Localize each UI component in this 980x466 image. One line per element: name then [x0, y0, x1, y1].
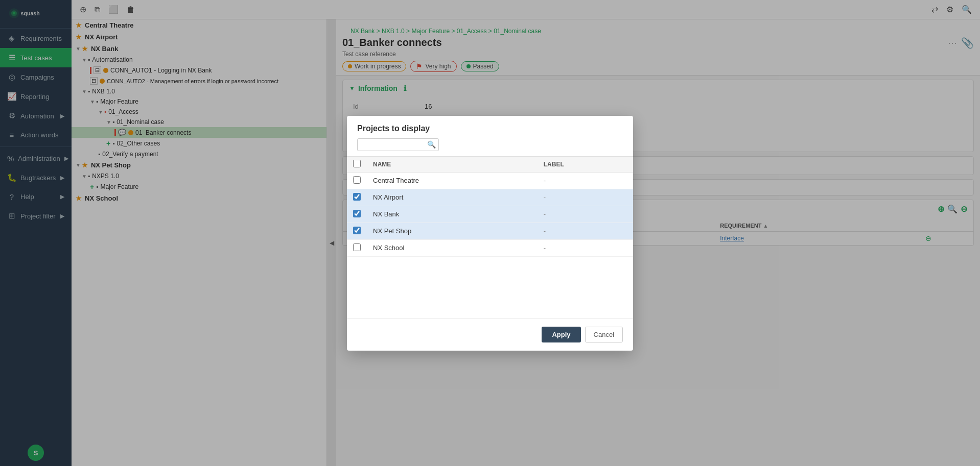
modal-row-nx-bank: NX Bank -	[347, 206, 633, 223]
checkbox-nx-airport[interactable]	[353, 193, 361, 201]
modal-overlay[interactable]: Projects to display 🔍 NAME LABEL	[0, 0, 980, 466]
project-label-nx-pet-shop: -	[538, 223, 633, 239]
cancel-button[interactable]: Cancel	[585, 327, 623, 342]
select-all-checkbox[interactable]	[353, 160, 361, 167]
project-name-nx-airport: NX Airport	[367, 189, 538, 206]
checkbox-nx-school[interactable]	[353, 243, 361, 251]
modal-projects-table: NAME LABEL Central Theatre -	[347, 156, 633, 257]
checkbox-central-theatre[interactable]	[353, 176, 361, 184]
modal-projects-to-display: Projects to display 🔍 NAME LABEL	[347, 116, 633, 351]
modal-title: Projects to display	[347, 116, 633, 138]
modal-row-nx-pet-shop: NX Pet Shop -	[347, 223, 633, 239]
modal-search-input[interactable]	[357, 138, 439, 151]
modal-search-area: 🔍	[347, 138, 633, 156]
project-name-nx-bank: NX Bank	[367, 206, 538, 223]
col-label: LABEL	[538, 156, 633, 172]
col-checkbox	[347, 156, 367, 172]
project-name-nx-school: NX School	[367, 239, 538, 256]
modal-row-central-theatre: Central Theatre -	[347, 172, 633, 189]
modal-footer: Apply Cancel	[347, 318, 633, 351]
project-label-nx-school: -	[538, 239, 633, 256]
project-label-nx-bank: -	[538, 206, 633, 223]
apply-button[interactable]: Apply	[542, 327, 580, 342]
project-label-nx-airport: -	[538, 189, 633, 206]
modal-row-nx-airport: NX Airport -	[347, 189, 633, 206]
project-name-central-theatre: Central Theatre	[367, 172, 538, 189]
checkbox-nx-bank[interactable]	[353, 210, 361, 217]
modal-table-header: NAME LABEL	[347, 156, 633, 172]
modal-search-wrap: 🔍	[357, 138, 439, 151]
modal-row-nx-school: NX School -	[347, 239, 633, 256]
project-label-central-theatre: -	[538, 172, 633, 189]
project-name-nx-pet-shop: NX Pet Shop	[367, 223, 538, 239]
modal-search-icon: 🔍	[427, 140, 436, 149]
modal-empty-space	[347, 257, 633, 318]
checkbox-nx-pet-shop[interactable]	[353, 227, 361, 234]
col-name: NAME	[367, 156, 538, 172]
